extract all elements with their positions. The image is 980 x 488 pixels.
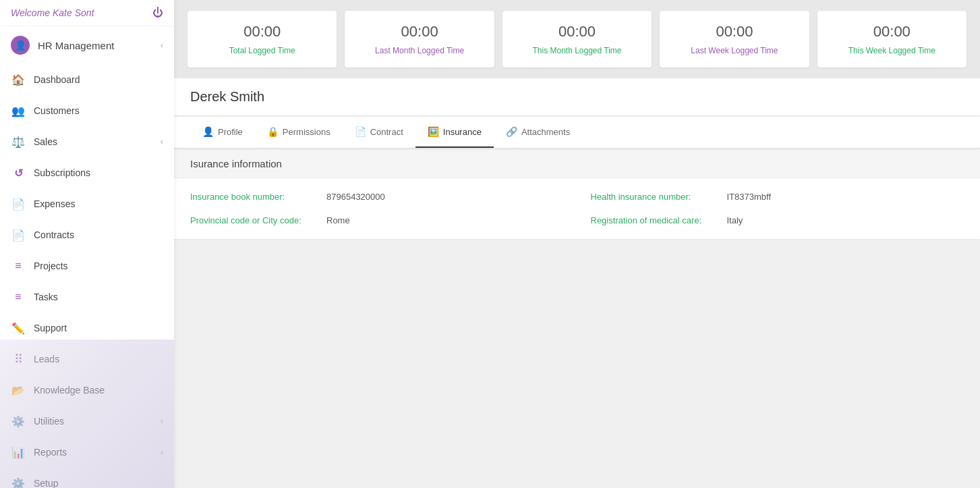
sidebar-nav: 👤 HR Management ‹ 🏠 Dashboard 👥 Customer… xyxy=(0,26,174,488)
contract-tab-label: Contract xyxy=(370,127,403,137)
tab-attachments[interactable]: 🔗 Attachments xyxy=(494,117,582,148)
last-week-logged-label: Last Week Logged Time xyxy=(668,46,801,55)
customers-label: Customers xyxy=(34,105,163,116)
this-month-logged-label: This Month Logged Time xyxy=(511,46,643,55)
contracts-label: Contracts xyxy=(34,229,163,240)
last-week-logged-time: 00:00 xyxy=(668,23,801,40)
stat-last-month-logged: 00:00 Last Month Logged Time xyxy=(345,11,494,67)
insurance-tab-icon: 🖼️ xyxy=(428,126,439,137)
total-logged-time: 00:00 xyxy=(196,23,328,40)
insurance-fields: Insurance book number: 879654320000 Heal… xyxy=(174,178,980,239)
last-month-logged-time: 00:00 xyxy=(353,23,486,40)
insurance-book-number-label: Insurance book number: xyxy=(190,192,318,202)
dashboard-icon: 🏠 xyxy=(11,72,26,87)
stat-this-week-logged: 00:00 This Week Logged Time xyxy=(817,11,967,67)
tab-contract[interactable]: 📄 Contract xyxy=(343,117,415,148)
subscriptions-label: Subscriptions xyxy=(34,167,163,178)
tasks-icon: ≡ xyxy=(11,290,26,304)
knowledge-base-label: Knowledge Base xyxy=(34,385,163,396)
sidebar-item-reports[interactable]: 📊 Reports ‹ xyxy=(0,437,174,468)
sidebar-item-projects[interactable]: ≡ Projects xyxy=(0,250,174,281)
tab-profile[interactable]: 👤 Profile xyxy=(190,117,255,148)
sidebar-item-subscriptions[interactable]: ↺ Subscriptions xyxy=(0,157,174,188)
sidebar-item-hr-management[interactable]: 👤 HR Management ‹ xyxy=(0,26,174,64)
sidebar-item-leads[interactable]: ⠿ Leads xyxy=(0,344,174,375)
expenses-icon: 📄 xyxy=(11,196,26,211)
profile-tab-label: Profile xyxy=(218,127,243,137)
power-icon[interactable]: ⏻ xyxy=(152,7,163,19)
sidebar-item-tasks[interactable]: ≡ Tasks xyxy=(0,281,174,313)
insurance-tab-label: Insurance xyxy=(443,127,482,137)
projects-label: Projects xyxy=(34,261,163,271)
sidebar-item-dashboard[interactable]: 🏠 Dashboard xyxy=(0,64,174,95)
insurance-book-number-row: Insurance book number: 879654320000 xyxy=(190,192,564,202)
sales-label: Sales xyxy=(34,136,161,147)
this-month-logged-time: 00:00 xyxy=(511,23,643,40)
health-insurance-number-row: Health insurance number: IT8373mbff xyxy=(591,192,964,202)
hr-management-label: HR Management xyxy=(38,40,161,51)
support-label: Support xyxy=(34,323,163,333)
utilities-icon: ⚙️ xyxy=(11,414,26,429)
sidebar-item-expenses[interactable]: 📄 Expenses xyxy=(0,188,174,219)
sidebar-item-support[interactable]: ✏️ Support xyxy=(0,313,174,344)
health-insurance-number-field: Health insurance number: IT8373mbff xyxy=(591,192,964,202)
profile-tab-icon: 👤 xyxy=(202,126,214,137)
contracts-icon: 📄 xyxy=(11,227,26,242)
hr-management-icon: 👤 xyxy=(11,36,30,55)
sidebar: Welcome Kate Sont ⏻ 👤 HR Management ‹ 🏠 … xyxy=(0,0,174,488)
expenses-label: Expenses xyxy=(34,198,163,209)
hr-management-chevron-icon: ‹ xyxy=(161,40,163,50)
tabs-panel: 👤 Profile 🔒 Permissions 📄 Contract 🖼️ In… xyxy=(174,117,980,148)
sidebar-item-contracts[interactable]: 📄 Contracts xyxy=(0,219,174,250)
registration-medical-row: Registration of medical care: Italy xyxy=(591,215,964,225)
attachments-tab-label: Attachments xyxy=(521,127,570,137)
setup-icon: ⚙️ xyxy=(11,476,26,488)
insurance-book-number-value: 879654320000 xyxy=(326,192,385,202)
reports-icon: 📊 xyxy=(11,445,26,460)
this-week-logged-time: 00:00 xyxy=(826,23,958,40)
sidebar-item-utilities[interactable]: ⚙️ Utilities ‹ xyxy=(0,406,174,437)
projects-icon: ≡ xyxy=(11,259,26,273)
employee-header: Derek Smith xyxy=(174,78,980,115)
support-icon: ✏️ xyxy=(11,321,26,335)
leads-icon: ⠿ xyxy=(11,352,26,367)
this-week-logged-label: This Week Logged Time xyxy=(826,46,958,55)
health-insurance-number-label: Health insurance number: xyxy=(591,192,719,202)
registration-medical-label: Registration of medical care: xyxy=(591,215,719,225)
utilities-label: Utilities xyxy=(34,416,161,427)
dashboard-label: Dashboard xyxy=(34,74,163,85)
last-month-logged-label: Last Month Logged Time xyxy=(353,46,486,55)
reports-chevron-icon: ‹ xyxy=(161,448,163,457)
health-insurance-number-value: IT8373mbff xyxy=(727,192,772,202)
provincial-code-value: Rome xyxy=(326,215,350,225)
permissions-tab-label: Permissions xyxy=(283,127,330,137)
knowledge-base-icon: 📂 xyxy=(11,383,26,398)
stat-this-month-logged: 00:00 This Month Logged Time xyxy=(502,11,652,67)
customers-icon: 👥 xyxy=(11,103,26,118)
leads-label: Leads xyxy=(34,354,163,364)
employee-name: Derek Smith xyxy=(190,89,964,105)
stat-total-logged: 00:00 Total Logged Time xyxy=(188,11,337,67)
content-area: Derek Smith 👤 Profile 🔒 Permissions 📄 Co… xyxy=(174,78,980,488)
total-logged-label: Total Logged Time xyxy=(196,46,328,55)
tab-permissions[interactable]: 🔒 Permissions xyxy=(255,117,343,148)
sidebar-item-sales[interactable]: ⚖️ Sales ‹ xyxy=(0,126,174,157)
sidebar-item-knowledge-base[interactable]: 📂 Knowledge Base xyxy=(0,375,174,406)
utilities-chevron-icon: ‹ xyxy=(161,416,163,426)
reports-label: Reports xyxy=(34,447,161,458)
tabs-list: 👤 Profile 🔒 Permissions 📄 Contract 🖼️ In… xyxy=(190,117,964,148)
insurance-section-title: Isurance information xyxy=(190,158,964,169)
stats-row: 00:00 Total Logged Time 00:00 Last Month… xyxy=(174,0,980,78)
tab-insurance[interactable]: 🖼️ Insurance xyxy=(415,117,494,148)
main-content: 00:00 Total Logged Time 00:00 Last Month… xyxy=(174,0,980,488)
contract-tab-icon: 📄 xyxy=(355,126,366,137)
sidebar-item-setup[interactable]: ⚙️ Setup xyxy=(0,468,174,488)
registration-medical-field: Registration of medical care: Italy xyxy=(591,215,964,225)
tasks-label: Tasks xyxy=(34,292,163,302)
sidebar-header: Welcome Kate Sont ⏻ xyxy=(0,0,174,26)
provincial-code-label: Provincial code or City code: xyxy=(190,215,318,225)
welcome-text: Welcome Kate Sont xyxy=(11,7,94,18)
sidebar-item-customers[interactable]: 👥 Customers xyxy=(0,95,174,126)
attachments-tab-icon: 🔗 xyxy=(506,126,517,137)
registration-medical-value: Italy xyxy=(727,215,743,225)
